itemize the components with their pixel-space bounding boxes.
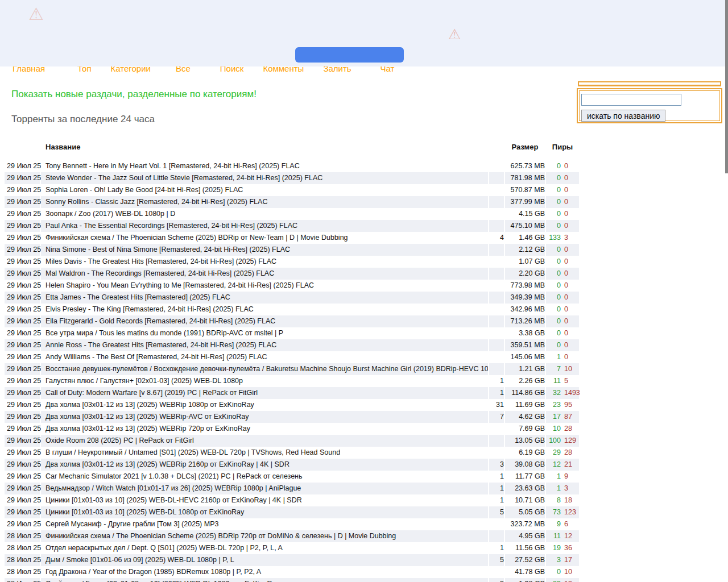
table-row: 29 Июл 25В глуши / Неукротимый / Untamed… [5, 447, 579, 459]
torrent-title-link[interactable]: Два холма [03x01-12 из 13] (2025) WEBRip… [46, 425, 250, 433]
leechers-count: 28 [564, 447, 579, 459]
torrent-title-link[interactable]: Sonny Rollins - Classic Jazz [Remastered… [46, 198, 267, 206]
comments-count: 4 [489, 232, 504, 244]
peers-cell: 317 [546, 554, 579, 566]
leechers-count: 0 [564, 327, 579, 339]
torrent-title-link[interactable]: Финикийская схема / The Phoenician Schem… [46, 532, 396, 540]
torrent-title-link[interactable]: Stevie Wonder - The Jazz Soul of Little … [46, 174, 322, 182]
nav-link-search[interactable]: Поиск [220, 66, 244, 73]
torrent-title-link[interactable]: Два холма [03x01-12 из 13] (2025) WEBRip… [46, 460, 289, 468]
seeders-count: 12 [546, 459, 561, 471]
row-date: 29 Июл 25 [5, 483, 40, 494]
torrent-size: 7.69 GB [505, 423, 545, 435]
torrent-title-link[interactable]: Финикийская схема / The Phoenician Schem… [46, 234, 348, 242]
torrent-title-link[interactable]: Paul Anka - The Essential Recordings [Re… [46, 222, 297, 230]
leechers-count: 0 [564, 208, 579, 220]
torrent-title-link[interactable]: Car Mechanic Simulator 2021 [v 1.0.38 + … [46, 472, 303, 480]
torrent-title-cell: Зоопарк / Zoo (2017) WEB-DL 1080p | D [41, 208, 488, 220]
torrent-title-cell: Восстание девушек-пулемётов / Восхождени… [41, 363, 488, 375]
torrent-title-link[interactable]: Циники [01x01-03 из 10] (2025) WEB-DL 10… [46, 508, 244, 516]
header-blue-button[interactable] [295, 47, 404, 63]
show-new-categories-link[interactable]: Показать новые раздачи, разделенные по к… [11, 89, 257, 100]
torrent-title-link[interactable]: Helen Shapiro - You Mean Ev'rything to M… [46, 281, 314, 289]
leechers-count: 5 [564, 375, 579, 387]
torrent-title-link[interactable]: Зоопарк / Zoo (2017) WEB-DL 1080p | D [46, 210, 175, 218]
comments-count [489, 256, 504, 268]
torrent-title-cell: Oxide Room 208 (2025) PC | RePack от Fit… [41, 435, 488, 447]
torrent-title-link[interactable]: Miles Davis - The Greatest Hits [Remaste… [46, 257, 276, 265]
torrent-title-link[interactable]: Все утра мира / Tous les matins du monde… [46, 329, 283, 337]
torrent-title-link[interactable]: Andy Williams - The Best Of [Remastered,… [46, 353, 267, 361]
comments-count: 7 [489, 411, 504, 423]
comments-count [489, 518, 504, 530]
table-row: 29 Июл 25Tony Bennett - Here in My Heart… [5, 160, 579, 172]
torrent-title-link[interactable]: Mal Waldron - The Recordings [Remastered… [46, 269, 274, 277]
table-row: 29 Июл 25Oxide Room 208 (2025) PC | RePa… [5, 435, 579, 447]
torrent-title-link[interactable]: Отдел нераскрытых дел / Dept. Q [S01] (2… [46, 544, 283, 552]
torrent-title-link[interactable]: Галустян плюс / Галустян+ [02x01-03] (20… [46, 377, 243, 385]
torrent-title-link[interactable]: В глуши / Неукротимый / Untamed [S01] (2… [46, 448, 340, 456]
torrent-title-link[interactable]: Спойлеры / Базар [03x01-08 из 10] (2025)… [46, 580, 280, 582]
torrent-title-link[interactable]: Два холма [03x01-12 из 13] (2025) WEBRip… [46, 413, 249, 421]
nav-link-upload[interactable]: Залить [323, 66, 351, 73]
scrollbar-thumb[interactable] [725, 0, 728, 173]
table-row: 29 Июл 25Два холма [03x01-12 из 13] (202… [5, 411, 579, 423]
torrent-size: 114.86 GB [505, 387, 545, 399]
nav-link-chat[interactable]: Чат [380, 66, 395, 73]
nav-link-top[interactable]: Топ [77, 66, 91, 73]
nav-link-all[interactable]: Все [176, 66, 191, 73]
search-input[interactable] [581, 94, 681, 106]
torrent-title-cell: Два холма [03x01-12 из 13] (2025) WEBRip… [41, 459, 488, 471]
torrent-title-link[interactable]: Elvis Presley - The King [Remastered, 24… [46, 305, 254, 313]
peers-cell: 1028 [546, 423, 579, 435]
nav-link-comments[interactable]: Комменты [263, 66, 304, 73]
peers-cell: 73123 [546, 506, 579, 518]
leechers-count: 9 [564, 471, 579, 483]
torrent-title-link[interactable]: Oxide Room 208 (2025) PC | RePack от Fit… [46, 436, 194, 444]
seeders-count: 0 [546, 244, 561, 256]
peers-cell: 96 [546, 518, 579, 530]
row-date: 29 Июл 25 [5, 268, 40, 280]
torrent-title-link[interactable]: Восстание девушек-пулемётов / Восхождени… [46, 365, 488, 373]
leechers-count: 0 [564, 160, 579, 172]
comments-count: 5 [489, 506, 504, 518]
peers-cell: 1936 [546, 542, 579, 554]
torrent-title-link[interactable]: Год Дракона / Year of the Dragon (1985) … [46, 568, 261, 576]
seeders-count: 3 [546, 554, 561, 566]
row-date: 29 Июл 25 [5, 327, 40, 339]
torrent-title-link[interactable]: Nina Simone - Best of Nina Simone [Remas… [46, 246, 290, 253]
torrent-title-link[interactable]: Сергей Мусаниф - Другие грабли [Том 3] (… [46, 520, 218, 528]
torrent-title-link[interactable]: Два холма [03x01-12 из 13] (2025) WEBRip… [46, 401, 254, 409]
table-row: 29 Июл 25Ella Fitzgerarld - Gold Records… [5, 315, 579, 327]
torrent-title-link[interactable]: Ella Fitzgerarld - Gold Records [Remaste… [46, 317, 275, 325]
torrent-size: 359.51 MB [505, 339, 545, 351]
torrent-title-cell: Miles Davis - The Greatest Hits [Remaste… [41, 256, 488, 268]
row-date: 29 Июл 25 [5, 351, 40, 363]
leechers-count: 12 [564, 530, 579, 542]
torrent-title-link[interactable]: Дым / Smoke [01x01-06 из 09] (2025) WEB-… [46, 556, 234, 564]
torrent-title-cell: Sophia Loren - Oh! Lady Be Good [24-bit … [41, 184, 488, 196]
torrent-title-link[interactable]: Sophia Loren - Oh! Lady Be Good [24-bit … [46, 186, 243, 194]
site-header: ⚠ ⚠ [0, 0, 728, 66]
torrent-title-link[interactable]: Циники [01x01-03 из 10] (2025) WEB-DL-HE… [46, 496, 302, 504]
nav-link-home[interactable]: Главная [13, 66, 45, 73]
torrent-title-link[interactable]: Etta James - The Greatest Hits [Remaster… [46, 293, 230, 301]
torrent-size: 4.95 GB [505, 530, 545, 542]
peers-cell: 1112 [546, 530, 579, 542]
torrent-size: 2.20 GB [505, 268, 545, 280]
torrent-title-link[interactable]: Call of Duty: Modern Warfare [v 8.67] (2… [46, 389, 258, 397]
seeders-count: 1 [546, 471, 561, 483]
torrent-title-link[interactable]: Tony Bennett - Here in My Heart Vol. 1 [… [46, 162, 300, 170]
peers-cell: 00 [546, 327, 579, 339]
search-by-name-button[interactable]: искать по названию [581, 110, 665, 122]
torrent-size: 2.26 GB [505, 375, 545, 387]
torrent-size: 713.26 MB [505, 315, 545, 327]
torrent-title-cell: Два холма [03x01-12 из 13] (2025) WEBRip… [41, 411, 488, 423]
leechers-count: 0 [564, 280, 579, 292]
torrent-title-link[interactable]: Ведьмнадзор / Witch Watch [01x01-17 из 2… [46, 484, 301, 492]
nav-link-categories[interactable]: Категории [111, 66, 151, 73]
torrent-title-link[interactable]: Annie Ross - The Greatest Hits [Remaster… [46, 341, 276, 349]
peers-cell: 00 [546, 244, 579, 256]
comments-count [489, 220, 504, 232]
table-row: 29 Июл 25Финикийская схема / The Phoenic… [5, 232, 579, 244]
